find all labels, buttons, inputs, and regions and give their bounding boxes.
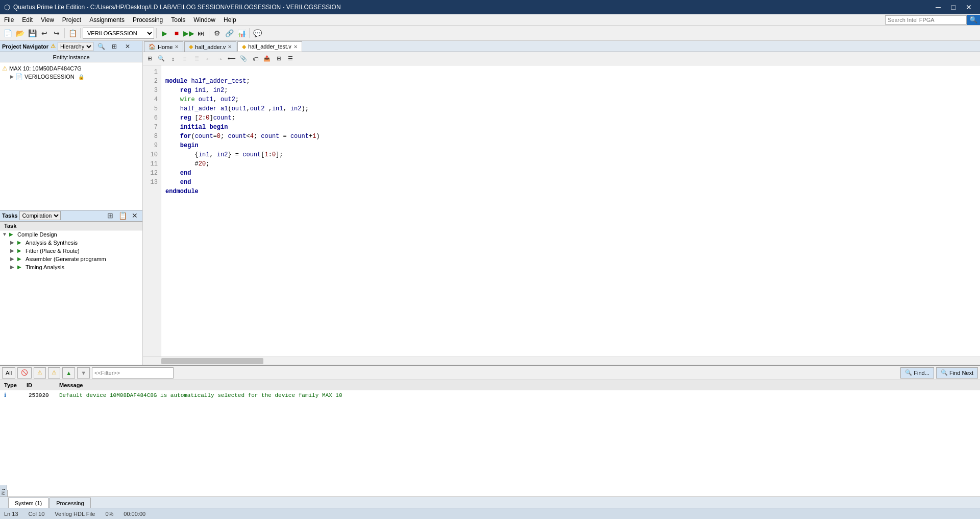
et-grid[interactable]: ⊞	[273, 53, 284, 64]
run-icon: ▶	[9, 231, 15, 237]
tab-close-half-adder[interactable]: ✕	[228, 44, 232, 50]
et-lines[interactable]: ☰	[285, 53, 296, 64]
tab-label: half_adder_test.v	[248, 43, 291, 50]
tb-stop[interactable]: ■	[171, 28, 182, 39]
menu-tools[interactable]: Tools	[167, 15, 189, 25]
menu-processing[interactable]: Processing	[129, 15, 167, 25]
tb-help[interactable]: 💬	[252, 28, 263, 39]
tb-more[interactable]: 📊	[236, 28, 247, 39]
find-next-button[interactable]: 🔍 Find Next	[936, 367, 978, 379]
messages-content: ℹ 253020 Default device 10M08DAF484C8G i…	[0, 390, 980, 497]
tab-close-half-adder-test[interactable]: ✕	[293, 44, 298, 50]
et-export[interactable]: 📤	[261, 53, 273, 64]
expand-icon: ▶	[10, 256, 15, 262]
tb-sep2	[80, 28, 81, 38]
tb-compile[interactable]: ▶	[159, 28, 170, 39]
tasks-btn1[interactable]: ⊞	[105, 210, 116, 221]
et-btn1[interactable]: ⊞	[144, 53, 155, 64]
nav-btn2[interactable]: ⊞	[109, 41, 120, 52]
btab-processing[interactable]: Processing	[50, 498, 90, 508]
tab-home[interactable]: 🏠 Home ✕	[144, 41, 183, 52]
et-nav2[interactable]: →	[214, 53, 226, 64]
et-nav3[interactable]: ⟵	[226, 53, 237, 64]
minimize-button[interactable]: ─	[931, 2, 945, 12]
status-bar: Ln 13 Col 10 Verilog HDL File 0% 00:00:0…	[0, 508, 980, 519]
tab-close-home[interactable]: ✕	[175, 44, 179, 50]
et-nav1[interactable]: ←	[203, 53, 214, 64]
menu-file[interactable]: File	[0, 15, 18, 25]
hierarchy-tree: ⚠ MAX 10: 10M50DAF484C7G ▶ 📄 VERILOGSESS…	[0, 62, 142, 210]
et-search[interactable]: 🔍	[156, 53, 167, 64]
msg-info-btn[interactable]: ⚠	[48, 367, 60, 379]
expand-icon: ▼	[2, 231, 7, 237]
tab-half-adder[interactable]: ◆ half_adder.v ✕	[184, 41, 236, 52]
menu-help[interactable]: Help	[219, 15, 240, 25]
close-button[interactable]: ✕	[962, 2, 976, 12]
nav-btn3[interactable]: ✕	[122, 41, 133, 52]
msg-error-btn[interactable]: 🚫	[17, 367, 32, 379]
tasks-select[interactable]: Compilation	[19, 211, 61, 220]
bottom-tabs: M System (1) Processing	[0, 497, 980, 508]
menu-view[interactable]: View	[37, 15, 58, 25]
menu-bar: File Edit View Project Assignments Proce…	[0, 14, 980, 26]
bottom-tab-container: System (1) Processing	[8, 498, 92, 508]
project-select[interactable]: VERILOGSESSION	[83, 28, 154, 39]
msg-filter-btn[interactable]: ▼	[77, 367, 90, 379]
btab-system[interactable]: System (1)	[8, 498, 48, 508]
menu-window[interactable]: Window	[189, 15, 219, 25]
nav-btn1[interactable]: 🔍	[95, 41, 107, 52]
maximize-button[interactable]: □	[946, 2, 961, 12]
status-col: Col 10	[29, 511, 45, 517]
tab-label: Home	[158, 44, 173, 50]
task-compile-design[interactable]: ▼ ▶ Compile Design	[0, 230, 142, 239]
search-button[interactable]: 🔍	[967, 15, 980, 25]
tb-redo[interactable]: ↪	[51, 28, 62, 39]
et-list[interactable]: ≡	[179, 53, 190, 64]
tb-step[interactable]: ⏭	[195, 28, 207, 39]
menu-project[interactable]: Project	[58, 15, 85, 25]
hierarchy-select[interactable]: Hierarchy	[58, 42, 93, 51]
tasks-btn2[interactable]: 📋	[117, 210, 128, 221]
tasks-btn3[interactable]: ✕	[129, 210, 140, 221]
msg-warning-btn[interactable]: ⚠	[34, 367, 46, 379]
msg-filter-input[interactable]	[92, 367, 174, 379]
task-timing[interactable]: ▶ ▶ Timing Analysis	[0, 263, 142, 271]
et-list2[interactable]: ≣	[191, 53, 202, 64]
tb-new[interactable]: 📄	[2, 28, 13, 39]
msg-suppress-btn[interactable]: ▲	[62, 367, 75, 379]
task-fitter[interactable]: ▶ ▶ Fitter (Place & Route)	[0, 247, 142, 255]
arrow-right-icon: ▶	[10, 74, 14, 79]
left-panel: Project Navigator ⚠ Hierarchy 🔍 ⊞ ✕ Enti…	[0, 41, 143, 365]
et-tag[interactable]: 🏷	[250, 53, 261, 64]
code-editor[interactable]: module half_adder_test; reg in1, in2; wi…	[161, 65, 980, 357]
tree-project[interactable]: ▶ 📄 VERILOGSESSION 🔒	[2, 73, 140, 81]
find-button[interactable]: 🔍 Find...	[900, 367, 934, 379]
h-scrollbar[interactable]	[143, 357, 980, 365]
tasks-header-btns: ⊞ 📋 ✕	[105, 210, 140, 221]
tb-save[interactable]: 💾	[27, 28, 38, 39]
task-analysis-synthesis[interactable]: ▶ ▶ Analysis & Synthesis	[0, 239, 142, 247]
et-indent[interactable]: ↕	[167, 53, 179, 64]
tree-device[interactable]: ⚠ MAX 10: 10M50DAF484C7G	[2, 64, 140, 73]
tab-bar: 🏠 Home ✕ ◆ half_adder.v ✕ ◆ half_adder_t…	[143, 41, 980, 52]
msg-all-btn[interactable]: All	[2, 367, 15, 379]
menu-assignments[interactable]: Assignments	[85, 15, 129, 25]
tb-copy[interactable]: 📋	[67, 28, 78, 39]
warning-icon: ⚠	[51, 43, 56, 50]
et-attach[interactable]: 📎	[238, 53, 249, 64]
tab-half-adder-test[interactable]: ◆ half_adder_test.v ✕	[237, 41, 302, 52]
tb-settings[interactable]: ⚙	[211, 28, 223, 39]
title-bar: ⬡ Quartus Prime Lite Edition - C:/Users/…	[0, 0, 980, 14]
task-assembler[interactable]: ▶ ▶ Assembler (Generate programm	[0, 255, 142, 263]
search-box: 🔍	[885, 15, 980, 25]
search-input[interactable]	[885, 15, 967, 25]
menu-edit[interactable]: Edit	[18, 15, 37, 25]
entity-header: Entity:Instance	[0, 52, 142, 62]
tb-open[interactable]: 📂	[14, 28, 26, 39]
tb-rtl[interactable]: 🔗	[224, 28, 235, 39]
processing-tab-label: Processing	[56, 500, 84, 506]
tb-run[interactable]: ▶▶	[183, 28, 194, 39]
project-icon: 📄	[15, 73, 23, 80]
messages-side-icon: M	[0, 490, 7, 497]
tb-undo[interactable]: ↩	[39, 28, 50, 39]
